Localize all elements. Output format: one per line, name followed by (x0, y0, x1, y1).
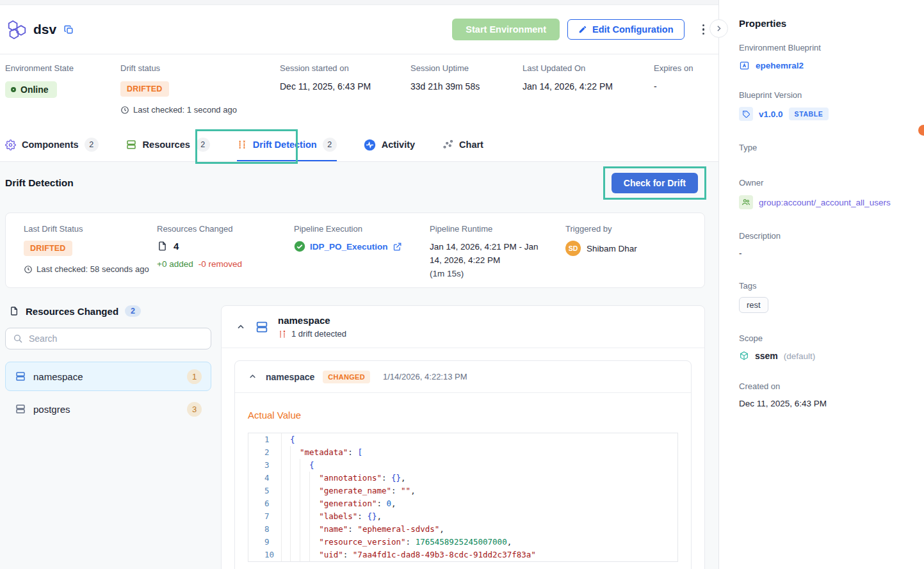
owner-label: Owner (739, 178, 912, 188)
collapse-chevron-icon[interactable] (236, 322, 246, 332)
properties-title: Properties (739, 18, 912, 29)
tab-label: Resources (143, 140, 190, 150)
properties-sidebar: Properties Environment Blueprint epehemr… (718, 0, 924, 569)
resource-stack-icon (15, 371, 26, 382)
last-updated-label: Last Updated On (523, 63, 613, 73)
session-started-label: Session started on (280, 63, 371, 73)
tab-count-badge: 2 (85, 138, 99, 152)
session-uptime-column: Session Uptime 33d 21h 39m 58s (410, 63, 480, 92)
resources-stack-icon (126, 139, 137, 150)
environment-header: dsv Start Environment Edit Configuration (0, 5, 718, 54)
resources-changed-count: 4 (174, 241, 179, 252)
tab-count-badge: 2 (323, 138, 337, 152)
pipeline-execution-label: Pipeline Execution (294, 224, 430, 234)
environment-logo-icon (6, 20, 28, 40)
code-line: 6"generation": 0, (248, 497, 677, 510)
document-icon (9, 306, 19, 316)
tag-icon (739, 107, 753, 121)
tab-chart[interactable]: Chart (442, 128, 483, 161)
changed-badge: CHANGED (323, 371, 370, 383)
drift-detection-content: Drift Detection Check for Drift Last Dri… (0, 162, 718, 569)
collapse-chevron-icon[interactable] (248, 372, 257, 381)
resources-changed-column: Resources Changed 4 +0 added-0 removed (157, 224, 294, 287)
drift-icon (237, 140, 247, 150)
last-drift-status-label: Last Drift Status (24, 224, 157, 234)
edit-configuration-label: Edit Configuration (592, 24, 673, 35)
tab-label: Chart (459, 140, 483, 150)
tag-chip: rest (739, 297, 768, 313)
last-updated-column: Last Updated On Jan 14, 2026, 4:22 PM (523, 63, 613, 92)
pipeline-execution-column: Pipeline Execution IDP_PO_Execution (294, 224, 430, 287)
blueprint-version-link[interactable]: v1.0.0 (759, 109, 783, 119)
pipeline-runtime-value: Jan 14, 2026, 4:21 PM - Jan 14, 2026, 4:… (430, 241, 548, 268)
tab-bar: Components2Resources2Drift Detection2Act… (0, 128, 718, 162)
pipeline-runtime-label: Pipeline Runtime (430, 224, 565, 234)
environment-blueprint-link[interactable]: epehemral2 (756, 61, 804, 70)
code-line: 3{ (248, 459, 677, 472)
more-options-button[interactable] (700, 22, 708, 38)
tab-label: Drift Detection (253, 140, 317, 150)
tab-activity[interactable]: Activity (364, 128, 415, 161)
blueprint-icon (739, 60, 750, 71)
session-uptime-label: Session Uptime (410, 63, 480, 73)
search-input[interactable] (29, 333, 204, 344)
entry-resource-name: namespace (266, 372, 314, 382)
drift-detail-card: namespace 1 drift detected namespace (221, 305, 705, 569)
check-for-drift-button[interactable]: Check for Drift (612, 173, 698, 193)
json-code-block[interactable]: 1{2"metadata": [3{4"annotations": {},5"g… (248, 433, 678, 562)
avatar: SD (565, 241, 581, 256)
drift-summary-card: Last Drift Status DRIFTED Last checked: … (5, 212, 705, 288)
tab-components[interactable]: Components2 (5, 128, 99, 161)
edit-configuration-button[interactable]: Edit Configuration (567, 19, 684, 40)
description-label: Description (739, 231, 912, 241)
resource-item-postgres[interactable]: postgres3 (5, 394, 211, 424)
last-drift-status-column: Last Drift Status DRIFTED Last checked: … (24, 224, 157, 287)
tab-resources[interactable]: Resources2 (126, 128, 210, 161)
chevron-right-icon (715, 24, 723, 33)
resources-changed-count-pill: 2 (125, 305, 141, 317)
triggered-by-column: Triggered by SD Shibam Dhar (565, 224, 637, 287)
external-link-icon (393, 242, 402, 252)
resource-drift-count: 1 (187, 369, 202, 384)
code-line: 9"resource_version": 1765458925245007000… (248, 536, 677, 549)
resource-search[interactable] (5, 328, 211, 349)
page-title: dsv (33, 22, 56, 37)
clock-icon (120, 106, 129, 115)
code-line: 2"metadata": [ (248, 446, 677, 459)
actual-value-title: Actual Value (248, 410, 678, 421)
last-drift-status-badge: DRIFTED (24, 241, 72, 256)
environment-state-column: Environment State Online (5, 63, 74, 98)
environment-state-label: Environment State (5, 63, 74, 73)
chart-icon (442, 139, 453, 150)
cube-icon (739, 351, 749, 361)
resource-item-namespace[interactable]: namespace1 (5, 362, 211, 391)
code-line: 8"name": "ephemeral-sdvds", (248, 523, 677, 536)
scope-label: Scope (739, 333, 912, 343)
tab-label: Components (22, 140, 79, 150)
collapse-panel-button[interactable] (709, 19, 728, 38)
resources-removed: -0 removed (199, 259, 242, 269)
code-line: 7"labels": {}, (248, 510, 677, 523)
code-line: 10"uid": "7aa4fd1c-dad8-49b3-8cdc-91dd2c… (248, 549, 677, 561)
gear-icon (5, 140, 16, 150)
entry-timestamp: 1/14/2026, 4:22:13 PM (383, 372, 467, 381)
resource-drift-count: 3 (187, 402, 202, 417)
tags-label: Tags (739, 281, 912, 291)
drift-last-checked: Last checked: 1 second ago (120, 105, 237, 115)
resources-added: +0 added (157, 259, 193, 269)
expires-label: Expires on (654, 63, 693, 73)
owner-link[interactable]: group:account/_account_all_users (759, 198, 891, 207)
resource-stack-icon (15, 403, 26, 415)
start-environment-button[interactable]: Start Environment (452, 19, 560, 40)
online-status-icon (11, 87, 16, 92)
resources-changed-panel: Resources Changed 2 namespace1postgres3 (5, 305, 211, 427)
resource-list: namespace1postgres3 (5, 362, 211, 424)
session-started-value: Dec 11, 2025, 6:43 PM (280, 81, 371, 92)
expires-value: - (654, 81, 693, 92)
drift-status-label: Drift status (120, 63, 237, 73)
stable-badge: STABLE (789, 108, 829, 120)
pipeline-execution-link[interactable]: IDP_PO_Execution (294, 241, 430, 252)
tab-drift-detection[interactable]: Drift Detection2 (237, 128, 337, 161)
copy-name-button[interactable] (63, 24, 74, 35)
created-on-label: Created on (739, 381, 912, 391)
